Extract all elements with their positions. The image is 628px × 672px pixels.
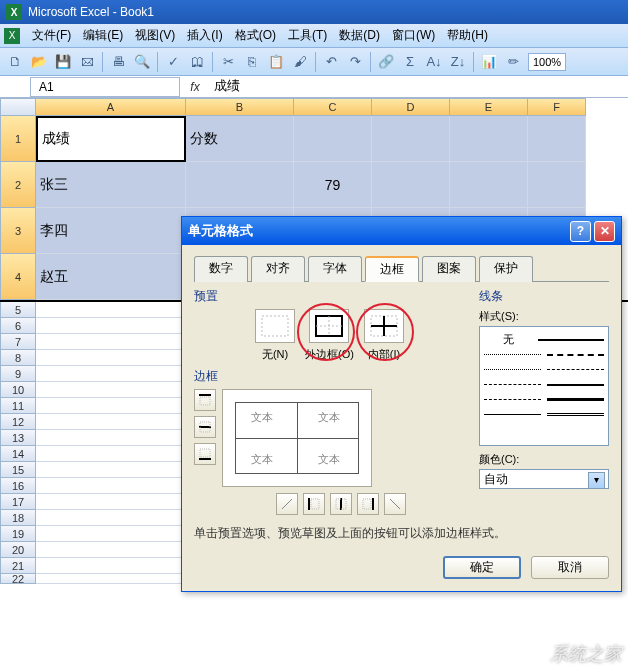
- col-header-C[interactable]: C: [294, 98, 372, 116]
- menu-insert[interactable]: 插入(I): [181, 25, 228, 46]
- cell-E2[interactable]: [450, 162, 528, 208]
- cut-icon[interactable]: ✂: [217, 51, 239, 73]
- cell-A14[interactable]: [36, 446, 186, 462]
- cell-F2[interactable]: [528, 162, 586, 208]
- col-header-F[interactable]: F: [528, 98, 586, 116]
- autosum-icon[interactable]: Σ: [399, 51, 421, 73]
- format-painter-icon[interactable]: 🖌: [289, 51, 311, 73]
- col-header-E[interactable]: E: [450, 98, 528, 116]
- cell-A21[interactable]: [36, 558, 186, 574]
- cell-A22[interactable]: [36, 574, 186, 584]
- row-header-12[interactable]: 12: [0, 414, 36, 430]
- select-all-corner[interactable]: [0, 98, 36, 116]
- copy-icon[interactable]: ⎘: [241, 51, 263, 73]
- cell-A12[interactable]: [36, 414, 186, 430]
- row-header-13[interactable]: 13: [0, 430, 36, 446]
- print-icon[interactable]: 🖶: [107, 51, 129, 73]
- cell-A13[interactable]: [36, 430, 186, 446]
- hyperlink-icon[interactable]: 🔗: [375, 51, 397, 73]
- cell-C1[interactable]: [294, 116, 372, 162]
- cell-A16[interactable]: [36, 478, 186, 494]
- row-header-17[interactable]: 17: [0, 494, 36, 510]
- cell-A1[interactable]: 成绩: [36, 116, 186, 162]
- cell-F1[interactable]: [528, 116, 586, 162]
- close-button[interactable]: ✕: [594, 221, 615, 242]
- preview-icon[interactable]: 🔍: [131, 51, 153, 73]
- border-top-button[interactable]: [194, 389, 216, 411]
- row-header-5[interactable]: 5: [0, 302, 36, 318]
- open-icon[interactable]: 📂: [28, 51, 50, 73]
- cell-A10[interactable]: [36, 382, 186, 398]
- save-icon[interactable]: 💾: [52, 51, 74, 73]
- menu-file[interactable]: 文件(F): [26, 25, 77, 46]
- row-header-4[interactable]: 4: [0, 254, 36, 300]
- row-header-18[interactable]: 18: [0, 510, 36, 526]
- col-header-D[interactable]: D: [372, 98, 450, 116]
- tab-align[interactable]: 对齐: [251, 256, 305, 282]
- ok-button[interactable]: 确定: [443, 556, 521, 579]
- row-header-19[interactable]: 19: [0, 526, 36, 542]
- tab-number[interactable]: 数字: [194, 256, 248, 282]
- menu-view[interactable]: 视图(V): [129, 25, 181, 46]
- row-header-6[interactable]: 6: [0, 318, 36, 334]
- cell-A9[interactable]: [36, 366, 186, 382]
- formula-input[interactable]: 成绩: [210, 77, 628, 97]
- row-header-11[interactable]: 11: [0, 398, 36, 414]
- border-right-button[interactable]: [357, 493, 379, 515]
- menu-help[interactable]: 帮助(H): [441, 25, 494, 46]
- border-diag-up-button[interactable]: [276, 493, 298, 515]
- row-header-8[interactable]: 8: [0, 350, 36, 366]
- preset-outline[interactable]: 外边框(O): [305, 309, 354, 362]
- border-left-button[interactable]: [303, 493, 325, 515]
- spell-icon[interactable]: ✓: [162, 51, 184, 73]
- row-header-15[interactable]: 15: [0, 462, 36, 478]
- undo-icon[interactable]: ↶: [320, 51, 342, 73]
- cell-A5[interactable]: [36, 302, 186, 318]
- border-preview[interactable]: 文本 文本 文本 文本: [222, 389, 372, 487]
- sort-desc-icon[interactable]: Z↓: [447, 51, 469, 73]
- menu-data[interactable]: 数据(D): [333, 25, 386, 46]
- sort-asc-icon[interactable]: A↓: [423, 51, 445, 73]
- border-vmiddle-button[interactable]: [330, 493, 352, 515]
- row-header-7[interactable]: 7: [0, 334, 36, 350]
- col-header-A[interactable]: A: [36, 98, 186, 116]
- cell-A15[interactable]: [36, 462, 186, 478]
- cell-A3[interactable]: 李四: [36, 208, 186, 254]
- cell-A2[interactable]: 张三: [36, 162, 186, 208]
- permission-icon[interactable]: 🖂: [76, 51, 98, 73]
- line-style-list[interactable]: 无: [479, 326, 609, 446]
- cell-B2[interactable]: [186, 162, 294, 208]
- cell-C2[interactable]: 79: [294, 162, 372, 208]
- chart-icon[interactable]: 📊: [478, 51, 500, 73]
- redo-icon[interactable]: ↷: [344, 51, 366, 73]
- cell-E1[interactable]: [450, 116, 528, 162]
- border-hmiddle-button[interactable]: [194, 416, 216, 438]
- new-icon[interactable]: 🗋: [4, 51, 26, 73]
- row-header-16[interactable]: 16: [0, 478, 36, 494]
- cell-A11[interactable]: [36, 398, 186, 414]
- cell-A18[interactable]: [36, 510, 186, 526]
- border-bottom-button[interactable]: [194, 443, 216, 465]
- row-header-3[interactable]: 3: [0, 208, 36, 254]
- cell-A20[interactable]: [36, 542, 186, 558]
- cell-A7[interactable]: [36, 334, 186, 350]
- col-header-B[interactable]: B: [186, 98, 294, 116]
- tab-border[interactable]: 边框: [365, 256, 419, 282]
- cell-A8[interactable]: [36, 350, 186, 366]
- paste-icon[interactable]: 📋: [265, 51, 287, 73]
- preset-inside[interactable]: 内部(I): [364, 309, 404, 362]
- cell-A6[interactable]: [36, 318, 186, 334]
- cell-B1[interactable]: 分数: [186, 116, 294, 162]
- row-header-22[interactable]: 22: [0, 574, 36, 584]
- research-icon[interactable]: 🕮: [186, 51, 208, 73]
- row-header-2[interactable]: 2: [0, 162, 36, 208]
- row-header-20[interactable]: 20: [0, 542, 36, 558]
- zoom-combo[interactable]: 100%: [528, 53, 566, 71]
- help-button[interactable]: ?: [570, 221, 591, 242]
- menu-edit[interactable]: 编辑(E): [77, 25, 129, 46]
- row-header-14[interactable]: 14: [0, 446, 36, 462]
- row-header-1[interactable]: 1: [0, 116, 36, 162]
- tab-protect[interactable]: 保护: [479, 256, 533, 282]
- tab-pattern[interactable]: 图案: [422, 256, 476, 282]
- fx-icon[interactable]: fx: [180, 80, 210, 94]
